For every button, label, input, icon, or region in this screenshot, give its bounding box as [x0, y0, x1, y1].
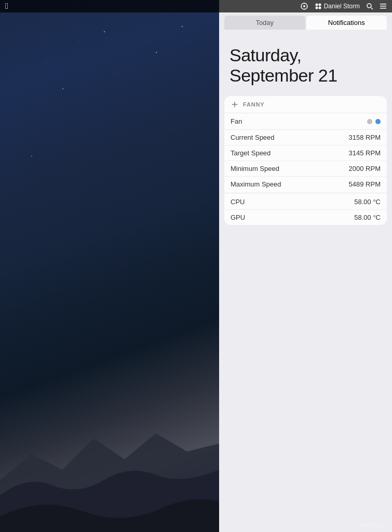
svg-point-11 [367, 4, 371, 8]
username-text: Daniel Storm [324, 3, 360, 10]
fanny-speed-rows: Current Speed 3158 RPM Target Speed 3145… [224, 130, 387, 192]
fan-temp-row-1: GPU 58.00 °C [224, 210, 387, 225]
notification-panel: Today Notifications Saturday, September … [219, 0, 392, 532]
watermark: wsxdn.com [359, 522, 388, 528]
fanny-app-name: FANNY [243, 101, 264, 108]
fan-temp-value-1: 58.00 °C [354, 214, 381, 221]
fan-speed-value-0: 3158 RPM [349, 134, 381, 141]
svg-rect-15 [380, 8, 386, 9]
tab-notifications-label: Notifications [328, 19, 365, 26]
svg-point-16 [234, 103, 236, 105]
fan-label: Fan [231, 117, 242, 125]
fan-speed-label-1: Target Speed [231, 149, 271, 157]
fan-temp-label-1: GPU [231, 214, 245, 221]
fanny-temp-rows: CPU 58.00 °C GPU 58.00 °C [224, 194, 387, 225]
section-divider [224, 193, 387, 193]
tab-today[interactable]: Today [224, 16, 305, 30]
menu-icon[interactable] [380, 3, 387, 10]
fan-speed-label-3: Maximum Speed [231, 180, 281, 188]
fan-speed-label-2: Minimum Speed [231, 165, 279, 172]
svg-rect-13 [380, 4, 386, 5]
desktop-wallpaper [0, 0, 219, 532]
fanny-widget: FANNY Fan Current Speed 3158 RPM Target … [224, 96, 387, 225]
tab-today-label: Today [255, 19, 274, 26]
date-display: Saturday, September 21 [229, 45, 382, 86]
fan-temp-row-0: CPU 58.00 °C [224, 194, 387, 210]
fan-speed-value-2: 2000 RPM [349, 165, 381, 172]
fan-speed-row-1: Target Speed 3145 RPM [224, 145, 387, 161]
fanny-widget-header: FANNY [224, 96, 387, 113]
apple-logo:  [5, 2, 8, 11]
fan-selector-row[interactable]: Fan [224, 113, 387, 130]
svg-rect-14 [380, 6, 386, 7]
fan-dot-selector[interactable] [367, 119, 381, 124]
fan-speed-row-2: Minimum Speed 2000 RPM [224, 161, 387, 177]
fan-speed-value-3: 5489 RPM [349, 180, 381, 188]
fanny-fan-icon [231, 100, 239, 109]
panel-body [219, 225, 392, 532]
fan-speed-label-0: Current Speed [231, 134, 275, 141]
date-line2: September 21 [229, 65, 382, 86]
svg-point-7 [315, 4, 318, 6]
fan-speed-value-1: 3145 RPM [349, 149, 381, 157]
fan-speed-row-0: Current Speed 3158 RPM [224, 130, 387, 145]
date-header: Saturday, September 21 [219, 30, 392, 96]
fan-dot-2[interactable] [375, 119, 381, 124]
fan-speed-row-3: Maximum Speed 5489 RPM [224, 177, 387, 192]
svg-point-10 [318, 7, 321, 9]
fan-temp-value-0: 58.00 °C [354, 198, 381, 206]
fan-dot-1[interactable] [367, 119, 372, 124]
menubar:  Daniel Storm [0, 0, 392, 12]
svg-point-2 [303, 5, 305, 7]
watermark-text: wsxdn.com [359, 522, 388, 528]
fan-temp-label-0: CPU [231, 198, 245, 206]
date-line1: Saturday, [229, 45, 382, 65]
svg-point-9 [315, 7, 318, 9]
svg-point-8 [318, 4, 321, 6]
username-display: Daniel Storm [315, 3, 360, 10]
search-icon[interactable] [366, 3, 373, 10]
macos-logo [315, 3, 322, 10]
tab-notifications[interactable]: Notifications [306, 16, 387, 30]
svg-line-12 [371, 8, 373, 10]
fanny-menubar-icon[interactable] [300, 2, 308, 10]
